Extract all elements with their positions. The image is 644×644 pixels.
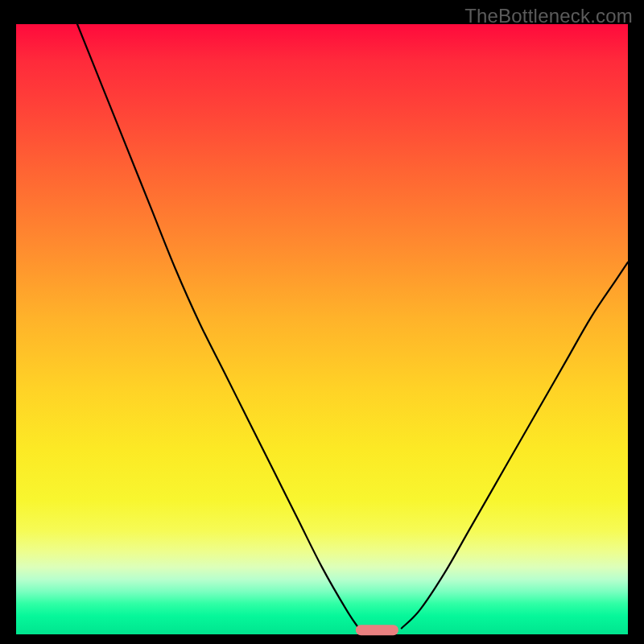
bottleneck-curve-left (77, 24, 359, 628)
chart-frame: TheBottleneck.com (0, 0, 644, 644)
optimal-marker (356, 625, 398, 635)
bottleneck-curve-right (402, 262, 628, 629)
plot-svg (16, 24, 628, 634)
plot-area (16, 24, 628, 634)
